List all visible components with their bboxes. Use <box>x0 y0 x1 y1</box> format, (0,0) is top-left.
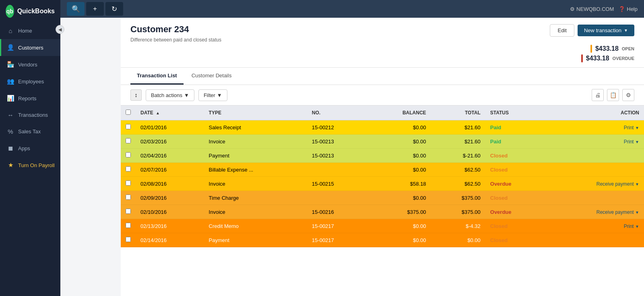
help-button[interactable]: ❓ Help <box>619 6 638 12</box>
row-checkbox[interactable] <box>126 209 131 214</box>
action-link[interactable]: Print <box>624 125 634 130</box>
cell-no: 15-00213 <box>307 149 367 163</box>
refresh-button[interactable]: ↻ <box>105 2 123 16</box>
sidebar-item-payroll[interactable]: ★ Turn On Payroll <box>0 157 60 174</box>
cell-type: Sales Receipt <box>204 120 307 135</box>
customer-header: Customer 234 Difference between paid and… <box>121 18 644 68</box>
sidebar-item-apps[interactable]: ◼ Apps <box>0 140 60 157</box>
sidebar-item-salestax[interactable]: % Sales Tax <box>0 123 60 140</box>
row-checkbox[interactable] <box>126 237 131 242</box>
search-button[interactable]: 🔍 <box>67 2 85 16</box>
reports-icon: 📊 <box>7 95 14 102</box>
row-checkbox[interactable] <box>126 152 131 157</box>
col-no[interactable]: NO. <box>307 106 367 120</box>
print-icon-button[interactable]: 🖨 <box>592 89 604 101</box>
list-toolbar: ↕ Batch actions ▼ Filter ▼ 🖨 📋 ⚙ <box>121 85 644 106</box>
action-chevron[interactable]: ▼ <box>635 140 639 144</box>
col-total[interactable]: TOTAL <box>431 106 485 120</box>
filter-label: Filter <box>204 92 215 98</box>
cell-date: 02/07/2016 <box>136 163 204 177</box>
action-chevron[interactable]: ▼ <box>635 210 639 215</box>
row-checkbox[interactable] <box>126 138 131 143</box>
transaction-table: DATE ▲ TYPE NO. BALANCE TOTAL STATUS ACT… <box>121 106 644 247</box>
tab-customer-details[interactable]: Customer Details <box>185 68 238 85</box>
transaction-table-container: DATE ▲ TYPE NO. BALANCE TOTAL STATUS ACT… <box>121 106 644 296</box>
select-all-checkbox[interactable] <box>126 110 131 115</box>
sidebar-item-transactions[interactable]: ↔ Transactions <box>0 107 60 123</box>
cell-total: $62.50 <box>431 177 485 191</box>
action-link[interactable]: Receive payment <box>597 209 634 215</box>
action-chevron[interactable]: ▼ <box>635 126 639 130</box>
row-checkbox[interactable] <box>126 195 131 200</box>
row-checkbox[interactable] <box>126 180 131 186</box>
batch-actions-button[interactable]: Batch actions ▼ <box>146 89 194 101</box>
col-date[interactable]: DATE ▲ <box>136 106 204 120</box>
action-chevron[interactable]: ▼ <box>635 224 639 229</box>
cell-total: $-21.60 <box>431 149 485 163</box>
edit-button[interactable]: Edit <box>550 24 574 37</box>
vendors-icon: 🏪 <box>7 61 14 68</box>
toolbar-right: 🖨 📋 ⚙ <box>592 89 634 101</box>
cell-date: 02/01/2016 <box>136 120 204 135</box>
help-icon: ❓ <box>619 6 625 12</box>
sidebar-item-employees[interactable]: 👥 Employees <box>0 73 60 90</box>
sort-icon-button[interactable]: ↕ <box>130 89 142 101</box>
cell-date: 02/08/2016 <box>136 177 204 191</box>
cell-status: Closed <box>485 191 544 205</box>
header-actions: Edit New transaction ▼ <box>550 24 634 37</box>
cell-date: 02/03/2016 <box>136 135 204 149</box>
new-transaction-label: New transaction <box>584 27 621 33</box>
customer-subtitle: Difference between paid and closed statu… <box>130 37 221 43</box>
col-balance[interactable]: BALANCE <box>367 106 431 120</box>
sidebar: qb QuickBooks ⌂ Home 👤 Customers 🏪 Vendo… <box>0 0 60 296</box>
cell-no: 15-00217 <box>307 219 367 233</box>
app-logo: qb QuickBooks <box>0 0 60 23</box>
action-chevron[interactable]: ▼ <box>635 182 639 186</box>
cell-action: Receive payment ▼ <box>544 205 644 219</box>
settings-icon-button[interactable]: ⚙ <box>622 89 634 101</box>
sidebar-item-customers[interactable]: 👤 Customers <box>0 39 60 56</box>
cell-no: 15-00215 <box>307 177 367 191</box>
sidebar-item-home[interactable]: ⌂ Home <box>0 23 60 39</box>
table-row: 02/07/2016 Billable Expense ... $0.00 $6… <box>121 163 644 177</box>
cell-balance: $0.00 <box>367 120 431 135</box>
cell-total: $21.60 <box>431 120 485 135</box>
cell-action <box>544 163 644 177</box>
action-link[interactable]: Print <box>624 139 634 145</box>
cell-total: $0.00 <box>431 233 485 247</box>
sidebar-item-label: Vendors <box>18 62 37 68</box>
action-link[interactable]: Receive payment <box>597 181 634 187</box>
export-icon-button[interactable]: 📋 <box>607 89 619 101</box>
sidebar-item-vendors[interactable]: 🏪 Vendors <box>0 56 60 73</box>
cell-status: Paid <box>485 135 544 149</box>
col-type[interactable]: TYPE <box>204 106 307 120</box>
cell-balance: $0.00 <box>367 149 431 163</box>
cell-total: $62.50 <box>431 163 485 177</box>
cell-balance: $0.00 <box>367 191 431 205</box>
table-row: 02/09/2016 Time Charge $0.00 $375.00 Clo… <box>121 191 644 205</box>
tab-transaction-list[interactable]: Transaction List <box>130 68 184 85</box>
settings-button[interactable]: ⚙ NEWQBO.COM <box>570 6 614 12</box>
add-button[interactable]: + <box>86 2 104 16</box>
row-checkbox[interactable] <box>126 223 131 228</box>
cell-action: Print ▼ <box>544 135 644 149</box>
table-row: 02/03/2016 Invoice 15-00213 $0.00 $21.60… <box>121 135 644 149</box>
table-row: 02/10/2016 Invoice 15-00216 $375.00 $375… <box>121 205 644 219</box>
gear-icon: ⚙ <box>570 6 575 12</box>
filter-button[interactable]: Filter ▼ <box>198 89 227 101</box>
sidebar-item-reports[interactable]: 📊 Reports <box>0 90 60 107</box>
col-action: ACTION <box>544 106 644 120</box>
sidebar-collapse-button[interactable]: ◀ <box>56 25 64 34</box>
overdue-amount: $433.18 <box>586 55 609 62</box>
cell-action: Receive payment ▼ <box>544 177 644 191</box>
new-transaction-button[interactable]: New transaction ▼ <box>578 25 634 36</box>
table-row: 02/13/2016 Credit Memo 15-00217 $0.00 $-… <box>121 219 644 233</box>
row-checkbox[interactable] <box>126 124 131 129</box>
row-checkbox[interactable] <box>126 166 131 172</box>
cell-date: 02/04/2016 <box>136 149 204 163</box>
tabs-bar: Transaction List Customer Details <box>121 68 644 85</box>
cell-no: 15-00216 <box>307 205 367 219</box>
logo-text: QuickBooks <box>17 8 55 15</box>
col-status[interactable]: STATUS <box>485 106 544 120</box>
action-link[interactable]: Print <box>624 224 634 229</box>
